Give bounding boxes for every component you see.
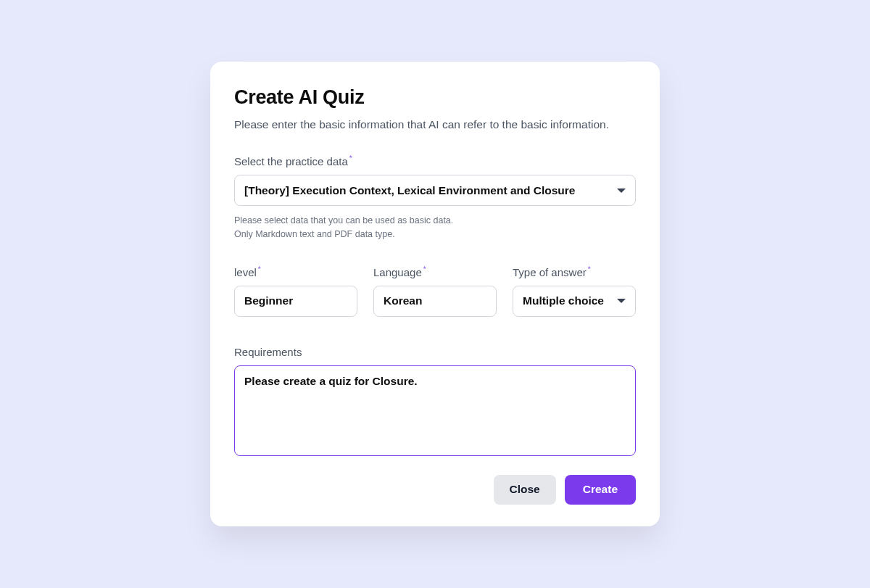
create-quiz-modal: Create AI Quiz Please enter the basic in…	[210, 62, 660, 526]
answer-type-select[interactable]: Multiple choice	[513, 286, 636, 317]
chevron-down-icon	[617, 299, 626, 303]
practice-data-label-text: Select the practice data	[234, 155, 348, 167]
level-label-text: level	[234, 266, 257, 278]
practice-data-field-group: Select the practice data* [Theory] Execu…	[234, 154, 636, 240]
level-select-value: Beginner	[234, 286, 357, 317]
level-select[interactable]: Beginner	[234, 286, 357, 317]
requirements-label: Requirements	[234, 346, 636, 358]
help-line: Please select data that you can be used …	[234, 214, 636, 227]
practice-data-select-value: [Theory] Execution Context, Lexical Envi…	[234, 175, 636, 206]
modal-actions: Close Create	[234, 475, 636, 505]
answer-type-label: Type of answer*	[513, 265, 636, 278]
answer-type-field-group: Type of answer* Multiple choice	[513, 265, 636, 317]
required-mark: *	[588, 265, 591, 273]
options-row: level* Beginner Language* Korean Type of…	[234, 265, 636, 317]
practice-data-select[interactable]: [Theory] Execution Context, Lexical Envi…	[234, 175, 636, 206]
language-label-text: Language	[373, 266, 422, 278]
level-field-group: level* Beginner	[234, 265, 357, 317]
required-mark: *	[258, 265, 261, 273]
language-label: Language*	[373, 265, 497, 278]
requirements-textarea[interactable]	[234, 365, 636, 456]
modal-title: Create AI Quiz	[234, 86, 636, 109]
required-mark: *	[423, 265, 426, 273]
modal-subtitle: Please enter the basic information that …	[234, 118, 636, 131]
practice-data-help: Please select data that you can be used …	[234, 214, 636, 240]
language-field-group: Language* Korean	[373, 265, 497, 317]
practice-data-label: Select the practice data*	[234, 154, 636, 167]
requirements-field-group: Requirements	[234, 346, 636, 459]
answer-type-label-text: Type of answer	[513, 266, 587, 278]
language-select-value: Korean	[373, 286, 497, 317]
language-select[interactable]: Korean	[373, 286, 497, 317]
chevron-down-icon	[617, 189, 626, 193]
close-button[interactable]: Close	[494, 475, 556, 505]
create-button[interactable]: Create	[565, 475, 636, 505]
help-line: Only Markdown text and PDF data type.	[234, 228, 636, 241]
required-mark: *	[349, 154, 352, 162]
level-label: level*	[234, 265, 357, 278]
